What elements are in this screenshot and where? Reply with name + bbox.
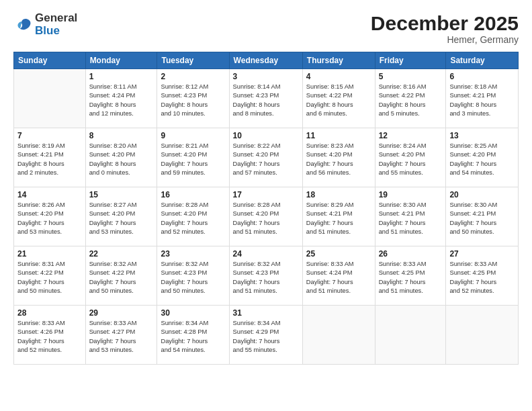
day-number: 23 [161,249,225,259]
day-number: 18 [306,190,371,199]
day-number: 15 [89,190,154,199]
calendar-cell: 22Sunrise: 8:32 AMSunset: 4:22 PMDayligh… [85,246,157,306]
day-info: Sunrise: 8:32 AMSunset: 4:23 PMDaylight:… [233,260,299,296]
day-number: 14 [17,190,82,199]
calendar-week-row: 7Sunrise: 8:19 AMSunset: 4:21 PMDaylight… [14,128,519,187]
calendar-header-monday: Monday [85,52,157,69]
calendar-cell: 4Sunrise: 8:15 AMSunset: 4:22 PMDaylight… [302,69,375,128]
day-number: 17 [233,190,299,199]
day-number: 4 [306,72,371,81]
calendar-cell: 25Sunrise: 8:33 AMSunset: 4:24 PMDayligh… [302,246,375,306]
title-area: December 2025 Hemer, Germany [371,12,519,45]
day-info: Sunrise: 8:14 AMSunset: 4:23 PMDaylight:… [233,83,299,119]
calendar-cell: 19Sunrise: 8:30 AMSunset: 4:21 PMDayligh… [375,187,446,246]
day-info: Sunrise: 8:33 AMSunset: 4:25 PMDaylight:… [449,260,515,296]
calendar-cell: 18Sunrise: 8:29 AMSunset: 4:21 PMDayligh… [302,187,375,246]
day-info: Sunrise: 8:21 AMSunset: 4:20 PMDaylight:… [161,142,225,178]
day-info: Sunrise: 8:19 AMSunset: 4:21 PMDaylight:… [17,142,82,178]
calendar-week-row: 21Sunrise: 8:31 AMSunset: 4:22 PMDayligh… [14,246,519,306]
day-number: 25 [306,249,371,259]
calendar-cell: 16Sunrise: 8:28 AMSunset: 4:20 PMDayligh… [157,187,229,246]
calendar-cell: 11Sunrise: 8:23 AMSunset: 4:20 PMDayligh… [302,128,375,187]
day-info: Sunrise: 8:24 AMSunset: 4:20 PMDaylight:… [379,142,443,178]
day-info: Sunrise: 8:28 AMSunset: 4:20 PMDaylight:… [233,201,299,237]
day-info: Sunrise: 8:16 AMSunset: 4:22 PMDaylight:… [379,83,443,119]
calendar-week-row: 14Sunrise: 8:26 AMSunset: 4:20 PMDayligh… [14,187,519,246]
calendar-cell: 17Sunrise: 8:28 AMSunset: 4:20 PMDayligh… [229,187,302,246]
location-title: Hemer, Germany [371,34,519,45]
day-info: Sunrise: 8:32 AMSunset: 4:22 PMDaylight:… [89,260,154,296]
day-number: 7 [17,131,82,140]
calendar-cell [302,306,375,365]
day-info: Sunrise: 8:34 AMSunset: 4:29 PMDaylight:… [233,319,299,355]
day-info: Sunrise: 8:15 AMSunset: 4:22 PMDaylight:… [306,83,371,119]
day-number: 13 [449,131,515,140]
calendar-cell [446,306,519,365]
day-info: Sunrise: 8:34 AMSunset: 4:28 PMDaylight:… [161,319,225,355]
calendar-cell: 10Sunrise: 8:22 AMSunset: 4:20 PMDayligh… [229,128,302,187]
day-info: Sunrise: 8:33 AMSunset: 4:24 PMDaylight:… [306,260,371,296]
day-number: 12 [379,131,443,140]
day-info: Sunrise: 8:11 AMSunset: 4:24 PMDaylight:… [89,83,154,119]
calendar-cell: 24Sunrise: 8:32 AMSunset: 4:23 PMDayligh… [229,246,302,306]
day-info: Sunrise: 8:33 AMSunset: 4:26 PMDaylight:… [17,319,82,355]
day-number: 31 [233,308,299,318]
day-info: Sunrise: 8:23 AMSunset: 4:20 PMDaylight:… [306,142,371,178]
calendar-cell: 30Sunrise: 8:34 AMSunset: 4:28 PMDayligh… [157,306,229,365]
day-number: 22 [89,249,154,259]
calendar-cell: 26Sunrise: 8:33 AMSunset: 4:25 PMDayligh… [375,246,446,306]
day-number: 9 [161,131,225,140]
day-number: 30 [161,308,225,318]
day-info: Sunrise: 8:33 AMSunset: 4:25 PMDaylight:… [379,260,443,296]
day-info: Sunrise: 8:30 AMSunset: 4:21 PMDaylight:… [379,201,443,237]
calendar-cell: 3Sunrise: 8:14 AMSunset: 4:23 PMDaylight… [229,69,302,128]
day-info: Sunrise: 8:27 AMSunset: 4:20 PMDaylight:… [89,201,154,237]
logo-icon [13,15,32,34]
page: General Blue December 2025 Hemer, German… [0,0,532,411]
calendar-cell: 1Sunrise: 8:11 AMSunset: 4:24 PMDaylight… [85,69,157,128]
day-number: 21 [17,249,82,259]
day-number: 29 [89,308,154,318]
day-number: 24 [233,249,299,259]
day-info: Sunrise: 8:20 AMSunset: 4:20 PMDaylight:… [89,142,154,178]
calendar-header-sunday: Sunday [14,52,86,69]
calendar-cell: 29Sunrise: 8:33 AMSunset: 4:27 PMDayligh… [85,306,157,365]
calendar-cell: 21Sunrise: 8:31 AMSunset: 4:22 PMDayligh… [14,246,86,306]
calendar-cell: 9Sunrise: 8:21 AMSunset: 4:20 PMDaylight… [157,128,229,187]
day-info: Sunrise: 8:31 AMSunset: 4:22 PMDaylight:… [17,260,82,296]
day-number: 5 [379,72,443,81]
calendar-header-friday: Friday [375,52,446,69]
day-number: 26 [379,249,443,259]
day-info: Sunrise: 8:12 AMSunset: 4:23 PMDaylight:… [161,83,225,119]
calendar-week-row: 1Sunrise: 8:11 AMSunset: 4:24 PMDaylight… [14,69,519,128]
calendar-cell [14,69,86,128]
day-info: Sunrise: 8:18 AMSunset: 4:21 PMDaylight:… [449,83,515,119]
day-number: 1 [89,72,154,81]
calendar-table: SundayMondayTuesdayWednesdayThursdayFrid… [13,52,519,365]
calendar-cell: 14Sunrise: 8:26 AMSunset: 4:20 PMDayligh… [14,187,86,246]
calendar-header-thursday: Thursday [302,52,375,69]
calendar-cell: 7Sunrise: 8:19 AMSunset: 4:21 PMDaylight… [14,128,86,187]
calendar-cell: 20Sunrise: 8:30 AMSunset: 4:21 PMDayligh… [446,187,519,246]
day-info: Sunrise: 8:32 AMSunset: 4:23 PMDaylight:… [161,260,225,296]
calendar-header-tuesday: Tuesday [157,52,229,69]
day-number: 11 [306,131,371,140]
calendar-cell: 2Sunrise: 8:12 AMSunset: 4:23 PMDaylight… [157,69,229,128]
calendar-cell: 12Sunrise: 8:24 AMSunset: 4:20 PMDayligh… [375,128,446,187]
calendar-header-wednesday: Wednesday [229,52,302,69]
day-number: 16 [161,190,225,199]
day-info: Sunrise: 8:30 AMSunset: 4:21 PMDaylight:… [449,201,515,237]
day-info: Sunrise: 8:26 AMSunset: 4:20 PMDaylight:… [17,201,82,237]
day-number: 2 [161,72,225,81]
calendar-cell: 27Sunrise: 8:33 AMSunset: 4:25 PMDayligh… [446,246,519,306]
calendar-week-row: 28Sunrise: 8:33 AMSunset: 4:26 PMDayligh… [14,306,519,365]
day-info: Sunrise: 8:33 AMSunset: 4:27 PMDaylight:… [89,319,154,355]
day-info: Sunrise: 8:22 AMSunset: 4:20 PMDaylight:… [233,142,299,178]
day-info: Sunrise: 8:29 AMSunset: 4:21 PMDaylight:… [306,201,371,237]
logo-text: General Blue [35,12,77,37]
calendar-cell: 28Sunrise: 8:33 AMSunset: 4:26 PMDayligh… [14,306,86,365]
day-number: 3 [233,72,299,81]
day-info: Sunrise: 8:28 AMSunset: 4:20 PMDaylight:… [161,201,225,237]
day-number: 20 [449,190,515,199]
month-title: December 2025 [371,12,519,34]
